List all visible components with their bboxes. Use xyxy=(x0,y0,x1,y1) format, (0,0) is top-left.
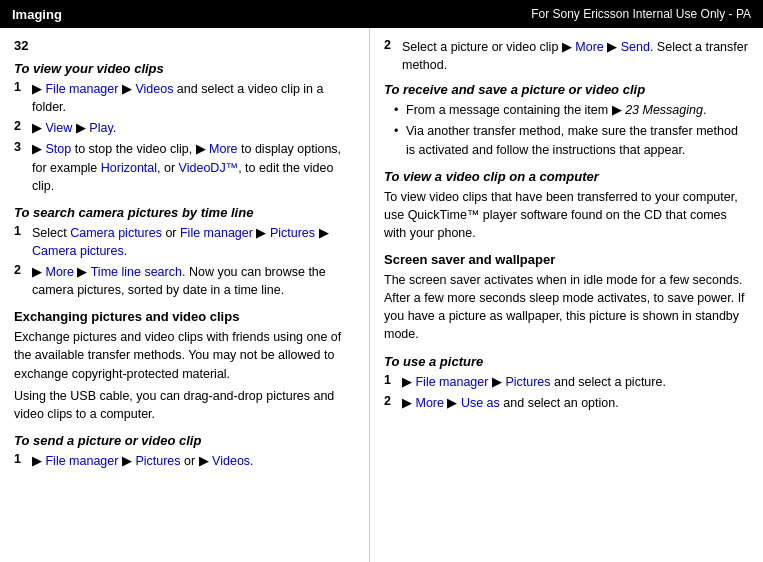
bullet-2: • Via another transfer method, make sure… xyxy=(394,122,749,158)
section-exchanging-title: Exchanging pictures and video clips xyxy=(14,309,355,324)
left-column: 32 To view your video clips 1 ▶ File man… xyxy=(0,28,370,562)
right-column: 2 Select a picture or video clip ▶ More … xyxy=(370,28,763,562)
section-send-title: To send a picture or video clip xyxy=(14,433,355,448)
section-search-camera-steps: 1 Select Camera pictures or File manager… xyxy=(14,224,355,300)
step-8-2: 2 ▶ More ▶ Use as and select an option. xyxy=(384,394,749,412)
section-view-computer-body: To view video clips that have been trans… xyxy=(384,188,749,242)
section-view-computer-title: To view a video clip on a computer xyxy=(384,169,749,184)
section-screensaver-title: Screen saver and wallpaper xyxy=(384,252,749,267)
step-1-3: 3 ▶ Stop to stop the video clip, ▶ More … xyxy=(14,140,355,194)
section-exchanging-body1: Exchange pictures and video clips with f… xyxy=(14,328,355,382)
step-2-1: 1 Select Camera pictures or File manager… xyxy=(14,224,355,260)
section-search-camera-title: To search camera pictures by time line xyxy=(14,205,355,220)
section-send-steps: 1 ▶ File manager ▶ Pictures or ▶ Videos. xyxy=(14,452,355,470)
bullet-1: • From a message containing the item ▶ 2… xyxy=(394,101,749,119)
step-1-1: 1 ▶ File manager ▶ Videos and select a v… xyxy=(14,80,355,116)
step-4-2: 2 Select a picture or video clip ▶ More … xyxy=(384,38,749,74)
section-use-picture-title: To use a picture xyxy=(384,354,749,369)
section-view-video-clips-title: To view your video clips xyxy=(14,61,355,76)
section-screensaver-body: The screen saver activates when in idle … xyxy=(384,271,749,344)
section-use-picture-steps: 1 ▶ File manager ▶ Pictures and select a… xyxy=(384,373,749,412)
main-content: 32 To view your video clips 1 ▶ File man… xyxy=(0,28,763,562)
step-1-2: 2 ▶ View ▶ Play. xyxy=(14,119,355,137)
step-8-1: 1 ▶ File manager ▶ Pictures and select a… xyxy=(384,373,749,391)
header: Imaging For Sony Ericsson Internal Use O… xyxy=(0,0,763,28)
section-send-step2: 2 Select a picture or video clip ▶ More … xyxy=(384,38,749,74)
section-view-video-clips-steps: 1 ▶ File manager ▶ Videos and select a v… xyxy=(14,80,355,195)
section-receive-bullets: • From a message containing the item ▶ 2… xyxy=(394,101,749,158)
page-number: 32 xyxy=(14,38,355,53)
step-2-2: 2 ▶ More ▶ Time line search. Now you can… xyxy=(14,263,355,299)
step-4-1: 1 ▶ File manager ▶ Pictures or ▶ Videos. xyxy=(14,452,355,470)
header-section-title: Imaging xyxy=(12,7,62,22)
header-doc-title: For Sony Ericsson Internal Use Only - PA xyxy=(531,7,751,21)
section-receive-title: To receive and save a picture or video c… xyxy=(384,82,749,97)
section-exchanging-body2: Using the USB cable, you can drag-and-dr… xyxy=(14,387,355,423)
